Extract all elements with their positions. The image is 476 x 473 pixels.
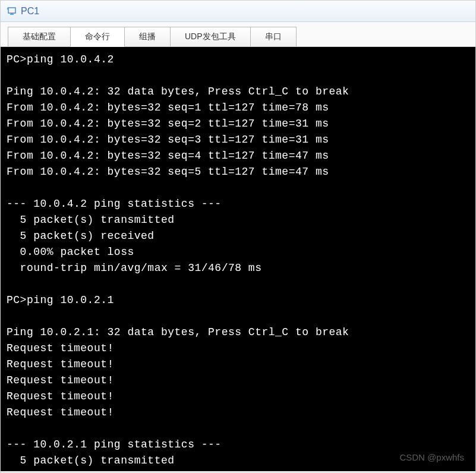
tabbar: 基础配置 命令行 组播 UDP发包工具 串口 (1, 22, 475, 47)
tab-udp-tool[interactable]: UDP发包工具 (170, 27, 251, 46)
window-title: PC1 (21, 6, 39, 17)
tab-label: 串口 (265, 31, 282, 41)
tab-serial[interactable]: 串口 (250, 27, 297, 46)
app-window: PC1 基础配置 命令行 组播 UDP发包工具 串口 PC>ping 10.0.… (0, 0, 476, 473)
tab-command-line[interactable]: 命令行 (70, 27, 125, 47)
pc-icon (7, 6, 17, 17)
tab-label: UDP发包工具 (185, 31, 236, 41)
tab-label: 组播 (139, 31, 156, 41)
titlebar[interactable]: PC1 (1, 1, 475, 22)
tab-label: 基础配置 (23, 31, 56, 41)
tab-multicast[interactable]: 组播 (124, 27, 171, 46)
tab-basic-config[interactable]: 基础配置 (8, 27, 71, 46)
tab-label: 命令行 (85, 31, 110, 41)
terminal-output[interactable]: PC>ping 10.0.4.2 Ping 10.0.4.2: 32 data … (1, 47, 475, 471)
